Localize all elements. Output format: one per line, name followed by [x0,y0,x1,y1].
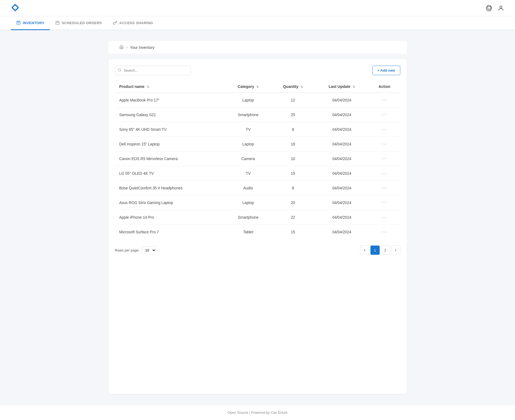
cell-quantity: 12 [271,93,315,107]
cell-action[interactable]: ··· [369,151,400,166]
cell-category: Smartphone [225,210,271,225]
col-category: Category ⇅ [225,81,271,93]
cell-action[interactable]: ··· [369,225,400,239]
cell-action[interactable]: ··· [369,93,400,107]
rows-per-page-label: Rows per page: [115,248,140,252]
cell-quantity: 8 [271,181,315,195]
cell-product-name: Apple MacBook Pro 17" [115,93,226,107]
cell-action[interactable]: ··· [369,195,400,210]
cell-product-name: Dell Inspiron 15" Laptop [115,137,226,151]
col-action: Action [369,81,400,93]
cell-action[interactable]: ··· [369,122,400,137]
sort-icon-last-update[interactable]: ⇅ [353,85,355,89]
cell-product-name: Samsung Galaxy S21 [115,107,226,122]
cell-last-update: 04/04/2024 [315,122,369,137]
search-wrapper [115,66,191,75]
cell-last-update: 04/04/2024 [315,93,369,107]
cell-last-update: 04/04/2024 [315,181,369,195]
page-prev-button[interactable] [360,246,369,255]
cell-category: Laptop [225,137,271,151]
cell-category: Audio [225,181,271,195]
nav-access-label: ACCESS SHARING [119,21,153,25]
table-row: Bose QuietComfort 35 II Headphones Audio… [115,181,400,195]
cell-quantity: 15 [271,225,315,239]
cell-action[interactable]: ··· [369,107,400,122]
cell-quantity: 20 [271,195,315,210]
footer-text: Open Source | Powered by Can Erturk [228,411,288,415]
breadcrumb-separator: > [126,45,128,50]
table-row: Microsoft Surface Pro 7 Tablet 15 04/04/… [115,225,400,239]
rows-per-page-select[interactable]: 10 25 50 [142,246,156,254]
header [0,0,515,16]
table-header-row: Product name ⇅ Category ⇅ Quantity ⇅ Las… [115,81,400,93]
page-next-button[interactable] [391,246,400,255]
pagination-bar: Rows per page: 10 25 50 1 2 [115,246,400,255]
inventory-table: Product name ⇅ Category ⇅ Quantity ⇅ Las… [115,81,400,239]
breadcrumb: > Your Inventory [108,41,407,54]
cell-product-name: Canon EOS R5 Mirrorless Camera [115,151,226,166]
nav-item-scheduled-orders[interactable]: SCHEDULED ORDERS [50,16,107,30]
navigation: INVENTORY SCHEDULED ORDERS ACCESS SHARIN… [0,16,515,30]
sort-icon-quantity[interactable]: ⇅ [300,85,303,89]
cell-action[interactable]: ··· [369,181,400,195]
nav-item-inventory[interactable]: INVENTORY [11,16,50,30]
nav-item-access-sharing[interactable]: ACCESS SHARING [107,16,159,30]
cell-product-name: Bose QuietComfort 35 II Headphones [115,181,226,195]
sort-icon-product[interactable]: ⇅ [147,85,149,89]
table-row: Asus ROG Strix Gaming Laptop Laptop 20 0… [115,195,400,210]
cell-action[interactable]: ··· [369,166,400,181]
github-icon[interactable] [486,5,492,11]
cell-last-update: 04/04/2024 [315,107,369,122]
toolbar: + Add new [115,66,400,75]
nav-scheduled-label: SCHEDULED ORDERS [62,21,102,25]
footer: Open Source | Powered by Can Erturk [0,405,515,420]
cell-action[interactable]: ··· [369,210,400,225]
cell-category: TV [225,166,271,181]
breadcrumb-current: Your Inventory [130,45,155,50]
cell-last-update: 04/04/2024 [315,195,369,210]
svg-point-3 [500,6,502,8]
cell-product-name: LG 55" OLED 4K TV [115,166,226,181]
cell-quantity: 18 [271,137,315,151]
cell-product-name: Asus ROG Strix Gaming Laptop [115,195,226,210]
cell-product-name: Sony 65" 4K UHD Smart TV [115,122,226,137]
page-2-button[interactable]: 2 [381,246,390,255]
page-controls: 1 2 [360,246,400,255]
user-icon[interactable] [498,5,504,11]
cell-last-update: 04/04/2024 [315,166,369,181]
cell-quantity: 22 [271,210,315,225]
table-row: Dell Inspiron 15" Laptop Laptop 18 04/04… [115,137,400,151]
table-row: Samsung Galaxy S21 Smartphone 25 04/04/2… [115,107,400,122]
page-1-button[interactable]: 1 [370,246,380,255]
logo[interactable] [11,3,20,13]
cell-action[interactable]: ··· [369,137,400,151]
cell-product-name: Microsoft Surface Pro 7 [115,225,226,239]
inventory-card: + Add new Product name ⇅ Category ⇅ Quan… [108,59,407,394]
sort-icon-category[interactable]: ⇅ [256,85,259,89]
cell-last-update: 04/04/2024 [315,210,369,225]
cell-product-name: Apple iPhone 14 Pro [115,210,226,225]
cell-quantity: 8 [271,122,315,137]
add-new-button[interactable]: + Add new [372,66,400,75]
search-input[interactable] [115,66,191,75]
main-content: + Add new Product name ⇅ Category ⇅ Quan… [0,59,515,405]
table-row: Sony 65" 4K UHD Smart TV TV 8 04/04/2024… [115,122,400,137]
cell-last-update: 04/04/2024 [315,151,369,166]
breadcrumb-home-icon[interactable] [119,45,124,50]
cell-quantity: 10 [271,151,315,166]
svg-rect-5 [56,21,59,25]
cell-last-update: 04/04/2024 [315,137,369,151]
nav-inventory-label: INVENTORY [23,21,44,25]
cell-quantity: 15 [271,166,315,181]
table-row: Apple MacBook Pro 17" Laptop 12 04/04/20… [115,93,400,107]
cell-category: TV [225,122,271,137]
rows-per-page: Rows per page: 10 25 50 [115,246,156,254]
cell-last-update: 04/04/2024 [315,225,369,239]
col-product-name: Product name ⇅ [115,81,226,93]
table-row: LG 55" OLED 4K TV TV 15 04/04/2024 ··· [115,166,400,181]
cell-category: Tablet [225,225,271,239]
col-last-update: Last Update ⇅ [315,81,369,93]
cell-category: Laptop [225,195,271,210]
cell-category: Laptop [225,93,271,107]
header-actions [486,5,504,11]
